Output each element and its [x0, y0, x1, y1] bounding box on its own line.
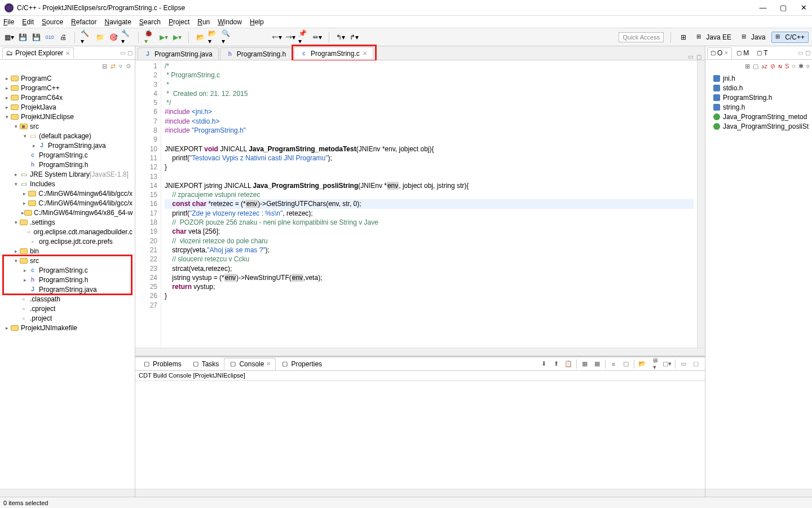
tree-item[interactable]: ▾src [3, 256, 131, 265]
pin-icon[interactable]: ⬆ [551, 360, 561, 367]
tree-item[interactable]: ▸▭JRE System Library [JavaSE-1.8] [0, 169, 135, 179]
expand-icon[interactable]: ▸ [21, 268, 28, 273]
editor-tab[interactable]: hProgramString.h [220, 47, 292, 60]
perspective-javaee[interactable]: ⊞Java EE [692, 32, 735, 43]
az-icon[interactable]: az [761, 63, 767, 69]
bottom-tab-tasks[interactable]: ▢Tasks [187, 358, 224, 370]
max-icon[interactable]: ▢ [691, 360, 700, 367]
expand-icon[interactable]: ▸ [21, 200, 28, 206]
perspective-button[interactable]: ⊞ [678, 32, 689, 43]
menu-edit[interactable]: Edit [22, 18, 34, 26]
nav-back[interactable]: 🡐▾ [271, 32, 283, 43]
tree-item[interactable]: ▾src [0, 121, 135, 131]
max-outline-icon[interactable]: ▢ [805, 50, 810, 56]
tree-item[interactable]: ▫.classpath [0, 294, 135, 304]
nav-up1[interactable]: ↰▾ [335, 32, 346, 43]
hide-static-icon[interactable]: ɴ [778, 63, 782, 70]
tree-item[interactable]: ▾▭(default package) [0, 131, 135, 141]
menu-search[interactable]: Search [139, 18, 161, 26]
tree-item[interactable]: ▸C:/MinGW64/mingw64/x86_64-w [0, 208, 135, 217]
tree-item[interactable]: ▸ProgramC [0, 73, 135, 83]
close-icon[interactable]: ✕ [363, 50, 367, 56]
minimize-button[interactable]: — [759, 4, 767, 12]
expand-icon[interactable]: ▸ [21, 277, 28, 283]
min-editor-icon[interactable]: ▭ [688, 54, 693, 60]
project-tree[interactable]: ▸ProgramC▸ProgramC++▸ProgramC64x▸Projekt… [0, 72, 135, 489]
close-icon[interactable]: ✕ [65, 50, 70, 56]
debug-button[interactable]: 🐞▾ [144, 32, 156, 43]
tree-item[interactable]: ▫org.eclipse.cdt.managedbuilder.c [0, 227, 135, 237]
chevron-icon[interactable]: ▿ [806, 63, 810, 70]
open-project-button[interactable]: 📂 [195, 32, 206, 43]
sort-icon[interactable]: ⊞ [745, 63, 750, 70]
build-all-button[interactable]: 📁 [94, 32, 105, 43]
pin-button[interactable]: 📌▾ [298, 32, 310, 43]
collapse-all-icon[interactable]: ⊟ [102, 63, 107, 70]
project-explorer-tab[interactable]: 🗂 Project Explorer ✕ [2, 47, 74, 58]
tree-item[interactable]: ▸bin [0, 246, 135, 256]
min-icon[interactable]: ▭ [679, 360, 688, 367]
link-editor-icon[interactable]: ⇄ [111, 63, 116, 70]
expand-icon[interactable]: ▸ [3, 76, 10, 81]
tree-item[interactable]: ▸ProgramC64x [0, 93, 135, 102]
menu-project[interactable]: Project [169, 18, 189, 26]
menu-help[interactable]: Help [250, 18, 264, 26]
print-button[interactable]: 🖨 [58, 32, 69, 43]
expand-icon[interactable]: ▾ [3, 114, 10, 120]
bottom-tab-console[interactable]: ▢Console ✕ [224, 358, 276, 370]
expand-icon[interactable]: ▸ [12, 172, 19, 177]
expand-icon[interactable]: ▸ [3, 85, 10, 91]
menu-run[interactable]: Run [197, 18, 210, 26]
tree-item[interactable]: ▸JProgramString.java [0, 141, 135, 150]
minimize-view-icon[interactable]: ▭ [120, 50, 125, 56]
search-button[interactable]: 🔍▾ [222, 32, 233, 43]
open-console-icon[interactable]: 📂 [638, 360, 647, 367]
hide-fields-icon[interactable]: ⊘ [770, 63, 775, 70]
icon-3[interactable]: ≡ [609, 361, 618, 367]
tree-item[interactable]: cProgramString.c [0, 150, 135, 160]
outline-tab-T[interactable]: ▢T [753, 47, 771, 59]
view-menu-icon[interactable]: ▿ [119, 63, 122, 70]
build-button[interactable]: 🔨▾ [81, 32, 92, 43]
tools-menu[interactable]: 🔧▾ [121, 32, 133, 43]
tree-item[interactable]: ▸ProjektJNImakefile [0, 323, 135, 332]
icon-1[interactable]: ▦ [580, 360, 589, 367]
max-editor-icon[interactable]: ▢ [696, 54, 701, 60]
hide-nonpublic-icon[interactable]: S [785, 63, 789, 69]
close-icon[interactable]: ✕ [266, 361, 271, 367]
perspective-cc[interactable]: ⊞C/C++ [771, 32, 809, 43]
outline-item[interactable]: string.h [705, 102, 812, 112]
target-button[interactable]: 🎯 [108, 32, 119, 43]
maximize-button[interactable]: ▢ [779, 4, 787, 12]
menu-navigate[interactable]: Navigate [104, 18, 131, 26]
profile-button[interactable]: ▶▾ [171, 32, 183, 43]
outline-item[interactable]: stdio.h [705, 83, 812, 93]
expand-icon[interactable]: ▸ [21, 191, 28, 196]
open-type-button[interactable]: 📂▾ [208, 32, 219, 43]
new-console-icon[interactable]: ▢▾ [663, 360, 672, 367]
group-icon[interactable]: ○ [792, 63, 796, 69]
expand-icon[interactable]: ▸ [3, 104, 10, 110]
code-editor[interactable]: /* * ProgramString.c * * Created on: 21.… [161, 60, 697, 348]
gear-icon[interactable]: ⚙ [126, 63, 131, 70]
expand-icon[interactable]: ▸ [12, 248, 19, 254]
tree-item[interactable]: ▸C:/MinGW64/mingw64/lib/gcc/x [0, 198, 135, 208]
tree-item[interactable]: ▸cProgramString.c [3, 265, 131, 275]
expand-icon[interactable]: ▸ [30, 143, 37, 148]
tree-item[interactable]: ▾.settings [0, 217, 135, 227]
expand-icon[interactable]: ▾ [12, 220, 19, 225]
nav-up2[interactable]: ↱▾ [348, 32, 360, 43]
tree-item[interactable]: ▾ProjektJNIEclipse [0, 112, 135, 121]
min-outline-icon[interactable]: ▭ [798, 50, 803, 56]
new-button[interactable]: ▦▾ [3, 32, 15, 43]
menu-icon[interactable]: ✱ [798, 63, 804, 70]
outline-list[interactable]: jni.hstdio.hProgramString.hstring.hJava_… [705, 72, 812, 489]
save-all-button[interactable]: 💾 [30, 32, 42, 43]
tree-item[interactable]: ▫.cproject [0, 304, 135, 313]
annotate-button[interactable]: ✏▾ [312, 32, 323, 43]
outline-item[interactable]: jni.h [705, 73, 812, 83]
tree-item[interactable]: ▾▭Includes [0, 179, 135, 189]
menu-window[interactable]: Window [218, 18, 242, 26]
tree-item[interactable]: ▫org.eclipse.jdt.core.prefs [0, 237, 135, 246]
clear-icon[interactable]: 📋 [564, 360, 573, 367]
